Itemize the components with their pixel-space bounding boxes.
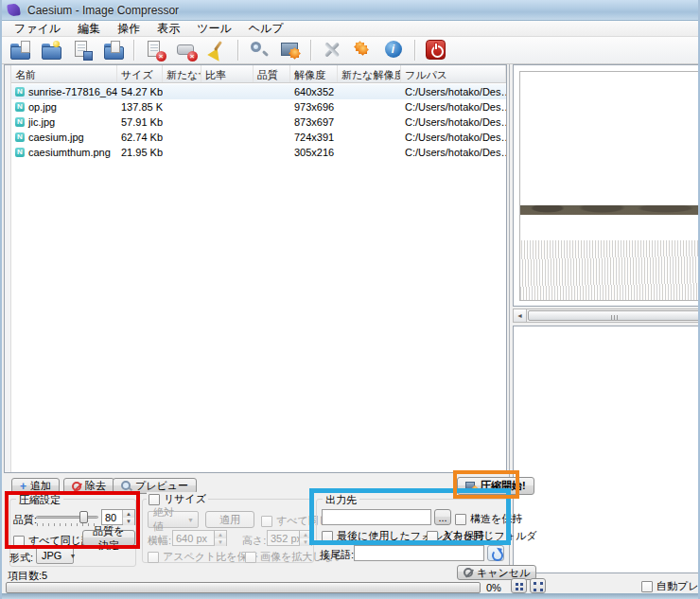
progress-bar (6, 582, 481, 593)
checkbox-icon[interactable] (261, 516, 272, 527)
title-bar[interactable]: Caesium - Image Compressor (2, 0, 700, 21)
menu-view[interactable]: 表示 (149, 20, 188, 38)
resize-group: リサイズ 絶対値▼ 適用 すべて同じ設定 横幅: 640 px ▲▼ 高さ: 3… (142, 499, 314, 563)
progress-percent: 0% (486, 582, 501, 593)
remove-icon (72, 482, 81, 491)
save-icon[interactable] (68, 38, 96, 62)
checkbox-icon[interactable] (455, 514, 466, 525)
exit-icon[interactable] (422, 38, 449, 62)
height-spinbox[interactable]: 352 px ▲▼ (267, 530, 312, 546)
menu-tools[interactable]: ツール (188, 20, 240, 38)
compress-preview-icon[interactable] (276, 38, 304, 62)
refresh-suffix-icon[interactable] (487, 545, 504, 561)
panel-splitter[interactable] (509, 64, 510, 579)
checkbox-icon[interactable] (149, 494, 160, 505)
checkbox-icon[interactable] (13, 536, 25, 547)
column-quality[interactable]: 品質 (254, 65, 290, 82)
format-label: 形式: (9, 551, 33, 565)
suffix-input[interactable] (354, 545, 484, 561)
auto-preview-checkbox[interactable]: 自動プレビュー (641, 579, 700, 593)
remove-button[interactable]: 除去 (63, 478, 114, 494)
toolbar-separator (237, 40, 238, 61)
app-icon (7, 3, 21, 17)
info-icon[interactable]: i (380, 38, 408, 62)
file-type-icon: N (15, 102, 25, 112)
spin-arrows-icon[interactable]: ▲▼ (122, 510, 134, 524)
table-row[interactable]: Njic.jpg 57.91 Kb 873x697 C:/Users/hotak… (11, 115, 506, 130)
width-label: 横幅: (148, 534, 171, 548)
zoom-actual-button[interactable] (530, 578, 546, 593)
menu-help[interactable]: ヘルプ (240, 20, 292, 38)
keep-aspect-checkbox[interactable]: アスペクト比を保持 (148, 550, 258, 564)
file-type-icon: N (15, 132, 25, 142)
resize-checkbox[interactable]: リサイズ (147, 492, 208, 506)
remove-file-icon[interactable]: × (141, 38, 168, 62)
table-row[interactable]: Nop.jpg 137.85 Kb 973x696 C:/Users/hotak… (11, 99, 506, 115)
menu-actions[interactable]: 操作 (109, 20, 149, 38)
zoom-fit-button[interactable] (511, 578, 527, 593)
slider-thumb[interactable] (79, 511, 88, 523)
chevron-down-icon: ▼ (65, 553, 79, 559)
column-resolution[interactable]: 解像度 (290, 65, 338, 82)
menu-edit[interactable]: 編集 (69, 20, 109, 38)
checkbox-icon[interactable] (641, 581, 653, 592)
format-combo[interactable]: JPG▼ (36, 547, 74, 564)
column-name[interactable]: 名前 (11, 65, 117, 82)
cancel-icon (464, 568, 473, 577)
width-spinbox[interactable]: 640 px ▲▼ (172, 530, 227, 546)
items-count-label: 項目数:5 (8, 569, 47, 583)
output-title: 出力先 (323, 493, 359, 507)
app-window: Caesium - Image Compressor ファイル 編集 操作 表示… (0, 0, 700, 599)
file-list-table[interactable]: 名前 サイズ 新たなサイ. 比率 品質 解像度 新たな解像度 フルパス Nsun… (4, 64, 507, 473)
table-row[interactable]: Ncaesiumthum.png 21.95 Kb 305x216 C:/Use… (11, 145, 506, 160)
toolbar-separator (310, 40, 311, 61)
open-file-icon[interactable] (6, 38, 33, 62)
column-ratio[interactable]: 比率 (201, 65, 254, 82)
start-compression-button[interactable]: 圧縮開始! (457, 477, 534, 495)
spin-arrows-icon[interactable]: ▲▼ (299, 531, 311, 545)
apply-resize-button[interactable]: 適用 (205, 511, 254, 528)
same-as-input-checkbox[interactable]: 入力と同じフォルダ (427, 529, 537, 543)
table-header[interactable]: 名前 サイズ 新たなサイ. 比率 品質 解像度 新たな解像度 フルパス (11, 65, 506, 83)
checkbox-icon[interactable] (427, 531, 438, 542)
decide-quality-button[interactable]: 品質を決定 (82, 530, 135, 546)
table-row[interactable]: Ncaesium.jpg 62.74 Kb 724x391 C:/Users/h… (11, 130, 506, 145)
tools-icon[interactable] (318, 38, 345, 62)
remove-all-icon[interactable]: × (172, 38, 200, 62)
settings-icon[interactable] (349, 38, 376, 62)
checkbox-icon[interactable] (245, 552, 256, 563)
column-new-size[interactable]: 新たなサイ. (163, 65, 201, 82)
checkbox-icon[interactable] (322, 531, 333, 542)
save-all-icon[interactable] (99, 38, 127, 62)
menu-file[interactable]: ファイル (6, 20, 69, 38)
resize-mode-combo[interactable]: 絶対値▼ (148, 511, 199, 528)
column-size[interactable]: サイズ (117, 65, 163, 82)
file-type-icon: N (15, 117, 25, 127)
toolbar: × × i (2, 37, 700, 64)
spin-arrows-icon[interactable]: ▲▼ (214, 531, 226, 545)
plus-icon: + (20, 480, 26, 493)
file-type-icon: N (15, 87, 25, 97)
window-title: Caesium - Image Compressor (27, 4, 179, 17)
photo-treeline (520, 205, 700, 215)
preview-image (519, 71, 700, 301)
preview-horizontal-scrollbar[interactable]: ◄ (513, 308, 700, 323)
table-row[interactable]: Nsunrise-717816_640.jpg 54.27 Kb 640x352… (11, 84, 506, 99)
row-header-strip (5, 65, 11, 472)
suffix-label: 接尾語: (320, 548, 354, 562)
quality-spinbox[interactable]: 80 ▲▼ (101, 509, 135, 525)
preview-icon[interactable] (245, 38, 272, 62)
add-button[interactable]: +追加 (11, 478, 60, 494)
scrollbar-thumb[interactable] (528, 310, 700, 321)
column-full-path[interactable]: フルパス (401, 65, 506, 82)
column-new-resolution[interactable]: 新たな解像度 (338, 65, 401, 82)
magnifier-icon (121, 481, 131, 491)
scroll-left-icon[interactable]: ◄ (514, 309, 527, 322)
browse-folder-button[interactable]: ... (434, 509, 451, 525)
keep-structure-checkbox[interactable]: 構造を保持 (455, 512, 522, 526)
output-folder-input[interactable] (322, 509, 431, 525)
open-folder-icon[interactable] (37, 38, 64, 62)
checkbox-icon[interactable] (148, 552, 159, 563)
clean-list-icon[interactable] (203, 38, 231, 62)
photo-field (520, 240, 700, 300)
